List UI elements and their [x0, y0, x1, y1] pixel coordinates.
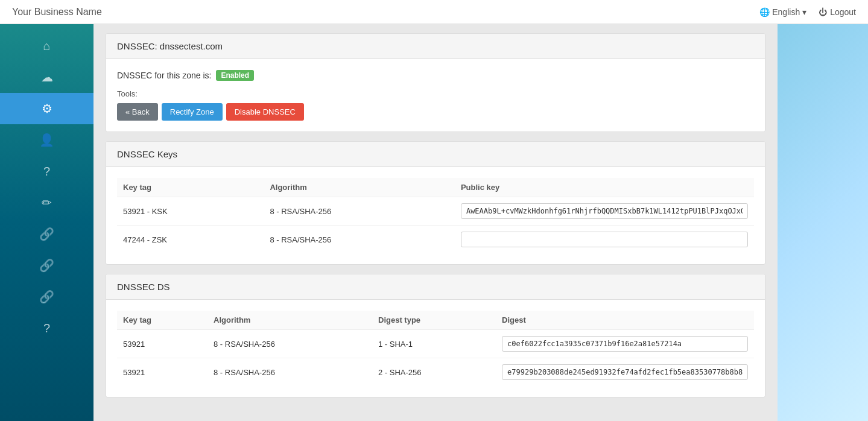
- brand-name: Your Business Name: [12, 7, 102, 17]
- digest-input[interactable]: [502, 364, 748, 380]
- sidebar-item-link2[interactable]: 🔗: [0, 250, 93, 281]
- dnssec-status-row: DNSSEC for this zone is: Enabled: [117, 70, 754, 81]
- ds-col-digesttype: Digest type: [372, 311, 496, 330]
- rectify-zone-button[interactable]: Rectify Zone: [162, 103, 223, 121]
- key-tag-cell: 47244 - ZSK: [117, 226, 264, 254]
- keys-col-publickey: Public key: [455, 178, 754, 197]
- link2-icon: 🔗: [39, 258, 54, 273]
- sidebar-item-link3[interactable]: 🔗: [0, 281, 93, 312]
- logout-button[interactable]: ⏻ Logout: [819, 7, 856, 17]
- algorithm-cell: 8 - RSA/SHA-256: [264, 226, 455, 254]
- public-key-input[interactable]: [461, 232, 748, 247]
- ds-col-algorithm: Algorithm: [207, 311, 372, 330]
- dnssec-title: DNSSEC: dnssectest.com: [117, 41, 223, 51]
- disable-dnssec-button[interactable]: Disable DNSSEC: [226, 103, 304, 121]
- sidebar-item-help2[interactable]: ?: [0, 312, 93, 344]
- table-row: 47244 - ZSK 8 - RSA/SHA-256: [117, 226, 754, 254]
- sidebar: ⌂ ☁ ⚙ 👤 ? ✏ 🔗 🔗 🔗 ?: [0, 24, 93, 421]
- dnssec-card: DNSSEC: dnssectest.com DNSSEC for this z…: [106, 33, 765, 132]
- dnssec-keys-body: Key tag Algorithm Public key 53921 - KSK…: [106, 167, 765, 264]
- table-row: 53921 8 - RSA/SHA-256 2 - SHA-256: [117, 358, 754, 387]
- dnssec-ds-title: DNSSEC DS: [117, 282, 170, 292]
- tools-label: Tools:: [117, 89, 754, 98]
- ds-key-tag-cell: 53921: [117, 330, 207, 358]
- link1-icon: 🔗: [39, 227, 54, 241]
- logout-label: Logout: [830, 7, 856, 17]
- nav-right: 🌐 English ▾ ⏻ Logout: [759, 7, 856, 17]
- table-row: 53921 - KSK 8 - RSA/SHA-256: [117, 197, 754, 226]
- top-navbar: Your Business Name 🌐 English ▾ ⏻ Logout: [0, 0, 868, 24]
- question-icon: ?: [43, 165, 50, 179]
- algorithm-cell: 8 - RSA/SHA-256: [264, 197, 455, 226]
- dnssec-ds-card: DNSSEC DS Key tag Algorithm Digest type …: [106, 274, 765, 397]
- sidebar-item-home[interactable]: ⌂: [0, 30, 93, 62]
- ds-col-digest: Digest: [496, 311, 754, 330]
- language-selector[interactable]: 🌐 English ▾: [759, 7, 806, 17]
- gear-icon: ⚙: [42, 101, 52, 116]
- ds-col-keytag: Key tag: [117, 311, 207, 330]
- digest-input[interactable]: [502, 336, 748, 352]
- cloud-icon: ☁: [41, 70, 53, 84]
- sidebar-item-link1[interactable]: 🔗: [0, 218, 93, 250]
- language-label: English: [772, 7, 800, 17]
- dnssec-ds-body: Key tag Algorithm Digest type Digest 539…: [106, 300, 765, 397]
- sidebar-item-help1[interactable]: ?: [0, 156, 93, 187]
- right-panel: [778, 24, 868, 421]
- link3-icon: 🔗: [39, 290, 54, 304]
- pencil-icon: ✏: [42, 195, 52, 210]
- user-icon: 👤: [39, 133, 54, 147]
- keys-col-keytag: Key tag: [117, 178, 264, 197]
- ds-digesttype-cell: 1 - SHA-1: [372, 330, 496, 358]
- keys-col-algorithm: Algorithm: [264, 178, 455, 197]
- power-icon: ⏻: [819, 7, 827, 17]
- dnssec-status-label: DNSSEC for this zone is:: [117, 71, 211, 80]
- public-key-cell: [455, 197, 754, 226]
- dnssec-ds-header: DNSSEC DS: [106, 274, 765, 300]
- back-button[interactable]: « Back: [117, 103, 158, 121]
- globe-icon: 🌐: [759, 7, 770, 17]
- dnssec-keys-title: DNSSEC Keys: [117, 149, 177, 159]
- content-area: DNSSEC: dnssectest.com DNSSEC for this z…: [93, 24, 778, 421]
- ds-key-tag-cell: 53921: [117, 358, 207, 387]
- public-key-cell: [455, 226, 754, 254]
- chevron-down-icon: ▾: [802, 7, 806, 17]
- sidebar-item-edit[interactable]: ✏: [0, 187, 93, 218]
- ds-digest-cell: [496, 358, 754, 387]
- sidebar-item-user[interactable]: 👤: [0, 124, 93, 156]
- ds-digest-cell: [496, 330, 754, 358]
- main-layout: ⌂ ☁ ⚙ 👤 ? ✏ 🔗 🔗 🔗 ?: [0, 24, 868, 421]
- tools-buttons: « Back Rectify Zone Disable DNSSEC: [117, 103, 754, 121]
- dnssec-status-badge: Enabled: [216, 70, 254, 81]
- dnssec-card-body: DNSSEC for this zone is: Enabled Tools: …: [106, 59, 765, 131]
- keys-table: Key tag Algorithm Public key 53921 - KSK…: [117, 178, 754, 253]
- ds-algorithm-cell: 8 - RSA/SHA-256: [207, 358, 372, 387]
- key-tag-cell: 53921 - KSK: [117, 197, 264, 226]
- sidebar-item-cloud[interactable]: ☁: [0, 62, 93, 93]
- table-row: 53921 8 - RSA/SHA-256 1 - SHA-1: [117, 330, 754, 358]
- question2-icon: ?: [43, 321, 50, 335]
- home-icon: ⌂: [43, 39, 50, 53]
- ds-algorithm-cell: 8 - RSA/SHA-256: [207, 330, 372, 358]
- dnssec-card-header: DNSSEC: dnssectest.com: [106, 34, 765, 59]
- sidebar-item-settings[interactable]: ⚙: [0, 93, 93, 124]
- dnssec-keys-card: DNSSEC Keys Key tag Algorithm Public key…: [106, 141, 765, 265]
- public-key-input[interactable]: [461, 203, 748, 219]
- ds-digesttype-cell: 2 - SHA-256: [372, 358, 496, 387]
- ds-table: Key tag Algorithm Digest type Digest 539…: [117, 311, 754, 386]
- dnssec-keys-header: DNSSEC Keys: [106, 142, 765, 167]
